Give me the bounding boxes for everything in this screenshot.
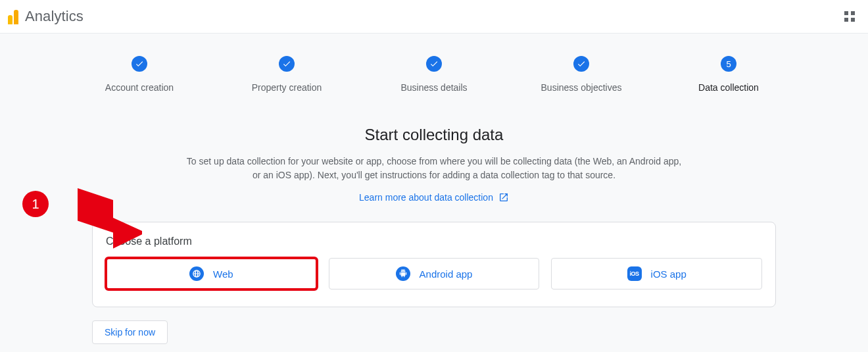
step-account-creation: Account creation	[66, 56, 213, 93]
platform-section-title: Choose a platform	[106, 236, 762, 247]
app-header: Analytics	[0, 0, 868, 34]
page-content: Account creation Property creation Busin…	[0, 34, 868, 352]
step-label: Property creation	[252, 82, 322, 93]
step-business-objectives: Business objectives	[508, 56, 655, 93]
checkmark-icon	[279, 56, 295, 72]
external-link-icon	[498, 192, 509, 203]
checkmark-icon	[426, 56, 442, 72]
step-number-badge: 5	[721, 56, 736, 72]
checkmark-icon	[132, 56, 147, 72]
step-property-creation: Property creation	[213, 56, 360, 93]
platform-android-button[interactable]: Android app	[329, 258, 540, 289]
platform-card: Choose a platform Web Android app iOS	[92, 222, 776, 307]
ios-icon: iOS	[627, 266, 642, 281]
header-left: Analytics	[8, 8, 84, 25]
learn-more-label: Learn more about data collection	[359, 192, 493, 203]
platform-label: iOS app	[651, 268, 687, 280]
skip-button[interactable]: Skip for now	[92, 320, 168, 344]
app-title: Analytics	[25, 8, 84, 25]
step-label: Business objectives	[541, 82, 622, 93]
learn-more-link[interactable]: Learn more about data collection	[359, 192, 509, 203]
platform-options-row: Web Android app iOS iOS app	[106, 258, 762, 289]
platform-label: Android app	[420, 268, 473, 280]
apps-grid-icon[interactable]	[844, 11, 855, 22]
step-label: Business details	[400, 82, 467, 93]
globe-icon	[189, 266, 204, 281]
main-section: Start collecting data To set up data col…	[92, 126, 776, 203]
step-label: Data collection	[698, 82, 759, 93]
page-description: To set up data collection for your websi…	[184, 155, 684, 182]
step-data-collection: 5 Data collection	[655, 56, 802, 93]
platform-web-button[interactable]: Web	[106, 258, 317, 289]
step-business-details: Business details	[360, 56, 508, 93]
stepper: Account creation Property creation Busin…	[66, 56, 802, 93]
platform-label: Web	[213, 268, 233, 280]
platform-ios-button[interactable]: iOS iOS app	[551, 258, 762, 289]
page-title: Start collecting data	[92, 126, 776, 144]
analytics-logo-icon	[8, 9, 18, 24]
checkmark-icon	[573, 56, 589, 72]
android-icon	[396, 266, 410, 281]
step-label: Account creation	[105, 82, 174, 93]
